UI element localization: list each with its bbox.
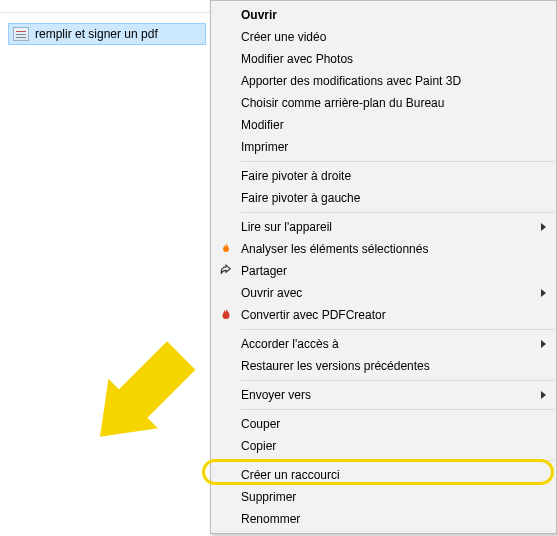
menu-envoyer-vers[interactable]: Envoyer vers bbox=[211, 384, 556, 406]
menu-supprimer[interactable]: Supprimer bbox=[211, 486, 556, 508]
menu-ouvrir[interactable]: Ouvrir bbox=[211, 4, 556, 26]
share-icon bbox=[211, 264, 241, 278]
menu-renommer[interactable]: Renommer bbox=[211, 508, 556, 530]
menu-separator bbox=[241, 161, 554, 162]
menu-imprimer[interactable]: Imprimer bbox=[211, 136, 556, 158]
menu-partager[interactable]: Partager bbox=[211, 260, 556, 282]
menu-separator bbox=[241, 460, 554, 461]
menu-modifier[interactable]: Modifier bbox=[211, 114, 556, 136]
menu-ouvrir-avec[interactable]: Ouvrir avec bbox=[211, 282, 556, 304]
submenu-arrow-icon bbox=[541, 340, 546, 348]
menu-separator bbox=[241, 212, 554, 213]
submenu-arrow-icon bbox=[541, 391, 546, 399]
menu-lire-appareil[interactable]: Lire sur l'appareil bbox=[211, 216, 556, 238]
menu-pivoter-droite[interactable]: Faire pivoter à droite bbox=[211, 165, 556, 187]
file-name-label: remplir et signer un pdf bbox=[35, 27, 158, 41]
pdfcreator-icon bbox=[211, 308, 241, 322]
menu-creer-raccourci[interactable]: Créer un raccourci bbox=[211, 464, 556, 486]
menu-restaurer[interactable]: Restaurer les versions précédentes bbox=[211, 355, 556, 377]
menu-pdfcreator[interactable]: Convertir avec PDFCreator bbox=[211, 304, 556, 326]
submenu-arrow-icon bbox=[541, 223, 546, 231]
menu-couper[interactable]: Couper bbox=[211, 413, 556, 435]
menu-paint3d[interactable]: Apporter des modifications avec Paint 3D bbox=[211, 70, 556, 92]
menu-bureau-bg[interactable]: Choisir comme arrière-plan du Bureau bbox=[211, 92, 556, 114]
menu-separator bbox=[241, 380, 554, 381]
menu-pivoter-gauche[interactable]: Faire pivoter à gauche bbox=[211, 187, 556, 209]
context-menu: Ouvrir Créer une vidéo Modifier avec Pho… bbox=[210, 0, 557, 534]
avast-icon bbox=[211, 242, 241, 256]
menu-copier[interactable]: Copier bbox=[211, 435, 556, 457]
menu-creer-video[interactable]: Créer une vidéo bbox=[211, 26, 556, 48]
menu-separator bbox=[241, 409, 554, 410]
file-item-selected[interactable]: remplir et signer un pdf bbox=[8, 23, 206, 45]
menu-analyser[interactable]: Analyser les éléments sélectionnés bbox=[211, 238, 556, 260]
menu-modifier-photos[interactable]: Modifier avec Photos bbox=[211, 48, 556, 70]
image-file-icon bbox=[13, 27, 29, 41]
menu-accorder-acces[interactable]: Accorder l'accès à bbox=[211, 333, 556, 355]
menu-separator bbox=[241, 329, 554, 330]
submenu-arrow-icon bbox=[541, 289, 546, 297]
